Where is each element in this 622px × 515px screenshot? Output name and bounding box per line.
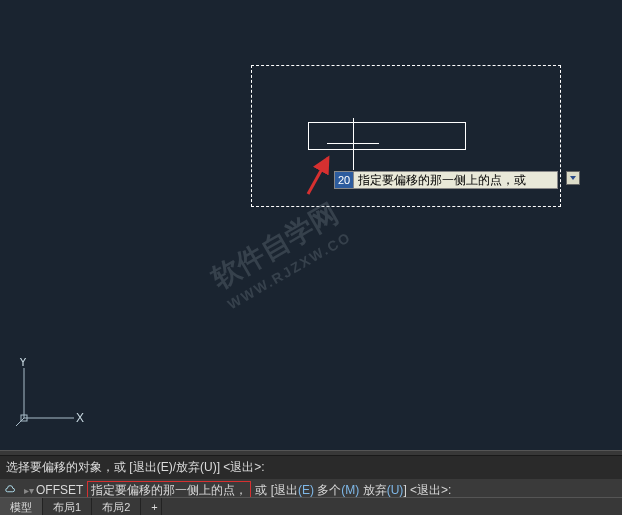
watermark-title: 软件自学网	[205, 194, 346, 298]
watermark-url: WWW.RJZXW.CO	[224, 228, 355, 315]
dynamic-input-value[interactable]: 20	[334, 171, 354, 189]
ucs-y-label: Y	[19, 358, 27, 369]
crosshair-horizontal	[327, 143, 379, 144]
watermark: 软件自学网 WWW.RJZXW.CO	[205, 194, 356, 315]
svg-line-4	[16, 418, 24, 426]
selected-rectangle	[308, 122, 466, 150]
command-prompt-options: 或 [退出(E) 多个(M) 放弃(U)] <退出>:	[255, 482, 451, 499]
drawing-canvas[interactable]: 20 指定要偏移的那一侧上的点，或 软件自学网 WWW.RJZXW.CO X Y	[0, 0, 622, 448]
command-name: OFFSET	[36, 483, 83, 497]
tab-layout1[interactable]: 布局1	[43, 498, 92, 516]
status-bar: 模型 布局1 布局2 +	[0, 497, 622, 515]
annotation-arrow	[298, 150, 338, 200]
tab-layout2[interactable]: 布局2	[92, 498, 141, 516]
command-history-line: 选择要偏移的对象，或 [退出(E)/放弃(U)] <退出>:	[0, 456, 622, 479]
dynamic-input-box: 20 指定要偏移的那一侧上的点，或	[334, 171, 558, 189]
ucs-icon: X Y	[14, 358, 84, 428]
tab-model[interactable]: 模型	[0, 498, 43, 516]
command-cloud-icon	[4, 483, 18, 497]
chevron-icon: ▸▾	[24, 485, 34, 496]
crosshair-vertical	[353, 118, 354, 170]
ucs-x-label: X	[76, 411, 84, 425]
tab-add[interactable]: +	[141, 498, 162, 516]
dynamic-input-tooltip: 指定要偏移的那一侧上的点，或	[354, 171, 558, 189]
svg-line-1	[308, 158, 328, 194]
options-dropdown-icon[interactable]	[566, 171, 580, 185]
command-panel: 选择要偏移的对象，或 [退出(E)/放弃(U)] <退出>: ▸▾ OFFSET…	[0, 450, 622, 501]
